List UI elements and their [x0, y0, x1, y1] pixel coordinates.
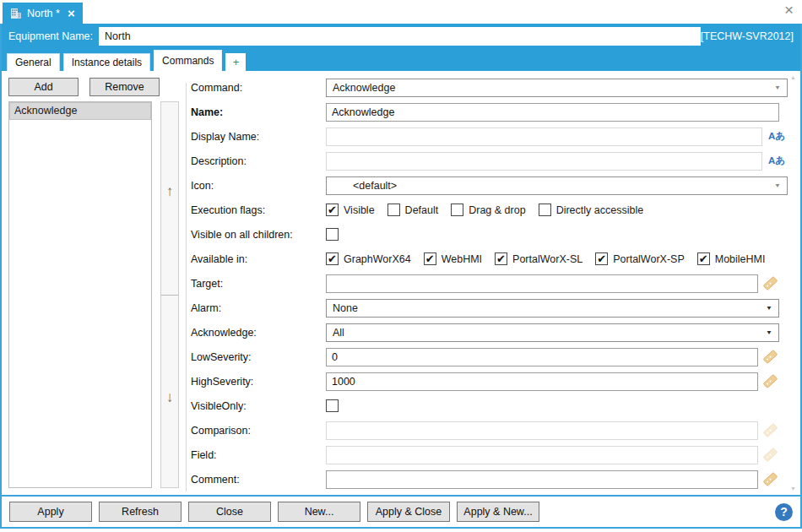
equipment-name-input[interactable]	[99, 27, 701, 46]
portalworx-sl-checkbox[interactable]	[495, 252, 507, 265]
localization-icon[interactable]: Aあ	[768, 130, 785, 143]
name-label: Name:	[191, 106, 326, 118]
icon-dropdown-value: <default>	[333, 180, 397, 192]
equipment-name-label: Equipment Name:	[8, 30, 93, 42]
default-checkbox-label: Default	[405, 204, 439, 216]
tag-icon[interactable]	[762, 471, 778, 487]
tab-general[interactable]: General	[7, 53, 60, 71]
webhmi-checkbox[interactable]	[424, 252, 436, 265]
bottom-action-bar: Apply Refresh Close New... Apply & Close…	[2, 495, 800, 527]
visible-checkbox-label: Visible	[344, 204, 375, 216]
list-item-acknowledge[interactable]: Acknowledge	[9, 102, 151, 120]
row-display-name: Display Name: Aあ	[191, 124, 788, 149]
drag-drop-checkbox[interactable]	[451, 204, 463, 216]
list-body: Acknowledge ↑ ↓	[8, 101, 181, 488]
remove-button[interactable]: Remove	[89, 78, 160, 96]
row-visible-only: VisibleOnly:	[191, 394, 788, 418]
field-input[interactable]	[326, 446, 758, 464]
acknowledge-dropdown-value: All	[333, 327, 344, 339]
portalworx-sp-checkbox[interactable]	[595, 252, 608, 265]
row-target: Target:	[191, 271, 788, 296]
tab-add-button[interactable]: +	[225, 53, 246, 71]
tag-icon	[762, 422, 778, 438]
visible-checkbox[interactable]	[326, 204, 339, 216]
equipment-building-icon	[10, 8, 22, 19]
editor-body: Equipment Name: [TECHW-SVR2012] General …	[0, 24, 802, 529]
form-scrollbar[interactable]: ▲ ▼	[788, 71, 800, 495]
flag-visible: Visible	[326, 204, 375, 216]
tab-commands[interactable]: Commands	[154, 50, 222, 71]
high-severity-input[interactable]	[326, 372, 758, 391]
scroll-down-icon[interactable]: ▼	[790, 486, 796, 491]
help-icon[interactable]: ?	[775, 503, 793, 521]
localization-icon[interactable]: Aあ	[768, 155, 785, 167]
tag-icon[interactable]	[762, 275, 778, 291]
mobilehmi-checkbox[interactable]	[697, 252, 710, 265]
apply-button[interactable]: Apply	[9, 502, 92, 522]
document-tab-close-icon[interactable]: ×	[68, 7, 75, 19]
row-visible-on-all-children: Visible on all children:	[191, 222, 788, 247]
new-button[interactable]: New...	[278, 502, 360, 522]
graphworx64-checkbox-label: GraphWorX64	[344, 253, 411, 265]
chevron-down-icon: ▼	[774, 84, 781, 90]
tab-strip: General Instance details Commands +	[2, 49, 800, 71]
document-tab-north[interactable]: North * ×	[3, 3, 83, 24]
comparison-input[interactable]	[326, 421, 758, 440]
command-dropdown[interactable]: Acknowledge ▼	[326, 79, 788, 97]
chevron-down-icon: ▼	[774, 182, 781, 188]
low-severity-label: LowSeverity:	[191, 351, 326, 363]
default-checkbox[interactable]	[387, 204, 400, 216]
equipment-editor-window: North * × × Equipment Name: [TECHW-SVR20…	[0, 0, 802, 532]
chevron-down-icon: ▼	[766, 328, 772, 335]
command-label: Command:	[191, 82, 326, 94]
comment-input[interactable]	[326, 470, 758, 489]
commands-listbox[interactable]: Acknowledge	[8, 101, 152, 488]
name-input[interactable]	[326, 103, 779, 122]
list-toolbar: Add Remove	[8, 78, 160, 96]
move-down-button[interactable]: ↓	[161, 296, 178, 488]
available-mobilehmi: MobileHMI	[697, 252, 766, 265]
available-graphworx64: GraphWorX64	[326, 252, 411, 265]
row-command: Command: Acknowledge ▼	[191, 75, 788, 100]
visible-only-checkbox[interactable]	[326, 399, 339, 412]
tag-icon[interactable]	[762, 373, 778, 389]
comparison-label: Comparison:	[191, 425, 326, 437]
low-severity-input[interactable]	[326, 348, 758, 366]
portalworx-sp-checkbox-label: PortalWorX-SP	[613, 253, 685, 265]
icon-dropdown[interactable]: <default> ▼	[326, 176, 788, 195]
field-label: Field:	[191, 449, 326, 461]
display-name-label: Display Name:	[191, 131, 326, 143]
down-arrow-icon: ↓	[166, 389, 174, 406]
row-available-in: Available in: GraphWorX64 WebHMI PortalW…	[191, 247, 788, 271]
apply-and-close-button[interactable]: Apply & Close	[367, 502, 450, 522]
commands-list-panel: Add Remove Acknowledge ↑ ↓	[2, 71, 181, 495]
flag-drag-drop: Drag & drop	[451, 204, 525, 216]
acknowledge-label: Acknowledge:	[191, 327, 326, 339]
visible-on-all-children-checkbox[interactable]	[326, 228, 339, 241]
tag-icon[interactable]	[762, 349, 778, 365]
server-name-label: [TECHW-SVR2012]	[701, 30, 795, 42]
scroll-up-icon[interactable]: ▲	[790, 74, 796, 80]
display-name-input[interactable]	[326, 128, 762, 146]
portalworx-sl-checkbox-label: PortalWorX-SL	[512, 253, 583, 265]
add-button[interactable]: Add	[8, 78, 79, 96]
refresh-button[interactable]: Refresh	[99, 502, 182, 522]
tag-icon	[762, 447, 778, 463]
chevron-down-icon: ▼	[766, 304, 772, 311]
available-portalworx-sl: PortalWorX-SL	[495, 252, 583, 265]
graphworx64-checkbox[interactable]	[326, 252, 339, 265]
description-input[interactable]	[326, 152, 762, 171]
close-button[interactable]: Close	[188, 502, 271, 522]
target-input[interactable]	[326, 274, 758, 293]
webhmi-checkbox-label: WebHMI	[442, 253, 482, 265]
tab-instance-details[interactable]: Instance details	[63, 53, 150, 71]
move-up-button[interactable]: ↑	[161, 102, 178, 296]
flag-default: Default	[387, 204, 439, 216]
icon-label: Icon:	[191, 180, 326, 192]
window-close-icon[interactable]: ×	[784, 2, 794, 18]
alarm-dropdown[interactable]: None ▼	[326, 299, 779, 318]
apply-and-new-button[interactable]: Apply & New...	[457, 502, 539, 522]
directly-accessible-checkbox[interactable]	[539, 204, 551, 216]
alarm-dropdown-value: None	[333, 302, 358, 314]
acknowledge-dropdown[interactable]: All ▼	[326, 323, 779, 342]
